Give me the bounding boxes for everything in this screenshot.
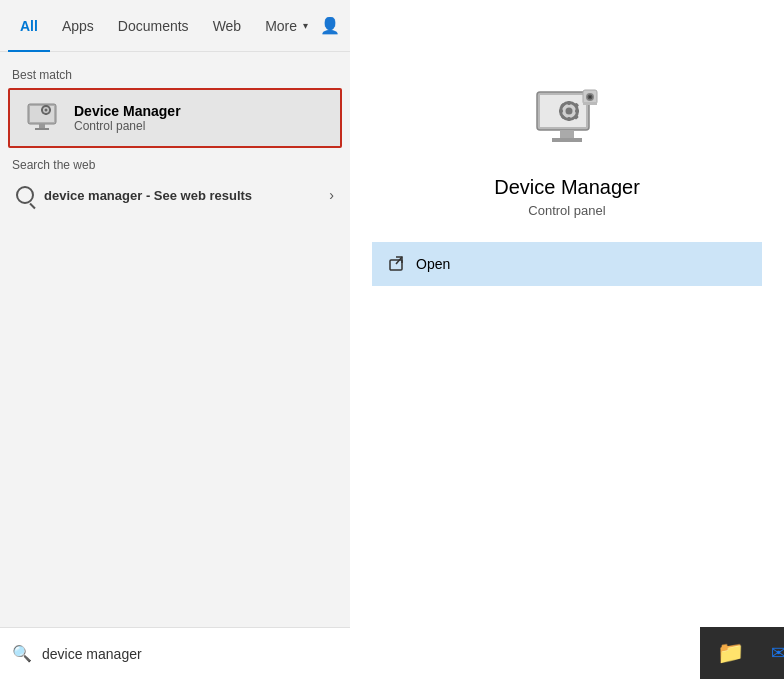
tab-all[interactable]: All — [8, 0, 50, 52]
tab-web[interactable]: Web — [201, 0, 254, 52]
svg-rect-31 — [390, 260, 402, 270]
svg-point-29 — [589, 96, 591, 98]
open-button[interactable]: Open — [372, 242, 762, 286]
chevron-right-icon: › — [329, 187, 334, 203]
svg-rect-10 — [49, 109, 51, 111]
taskbar: 📁 ✉ W 🌐 🎮 wsxdn.com — [700, 627, 784, 679]
svg-rect-14 — [552, 138, 582, 142]
best-match-label: Best match — [0, 60, 350, 86]
svg-rect-9 — [41, 109, 43, 111]
web-section-label: Search the web — [0, 150, 350, 176]
search-box-bar: 🔍 — [0, 627, 350, 679]
best-match-item[interactable]: Device Manager Control panel — [8, 88, 342, 148]
item-title: Device Manager — [74, 103, 181, 119]
right-panel: Device Manager Control panel Open 📁 ✉ W … — [350, 0, 784, 679]
item-subtitle: Control panel — [74, 119, 181, 133]
right-content: Device Manager Control panel Open — [350, 0, 784, 679]
open-icon — [388, 255, 406, 273]
svg-rect-21 — [575, 110, 579, 113]
file-explorer-icon[interactable]: 📁 — [708, 631, 752, 675]
device-manager-icon-large — [531, 84, 603, 156]
tab-more[interactable]: More ▾ — [253, 0, 320, 52]
search-input[interactable] — [42, 646, 338, 662]
app-icon-area — [527, 80, 607, 160]
svg-rect-18 — [568, 101, 571, 105]
svg-rect-30 — [583, 102, 597, 105]
search-panel: All Apps Documents Web More ▾ 👤 ··· Best… — [0, 0, 350, 679]
svg-rect-2 — [39, 124, 45, 128]
item-icon-box — [22, 98, 62, 138]
svg-rect-8 — [45, 113, 47, 115]
item-text: Device Manager Control panel — [74, 103, 181, 133]
web-query-bold: device manager — [44, 188, 142, 203]
tab-apps[interactable]: Apps — [50, 0, 106, 52]
svg-rect-7 — [45, 105, 47, 107]
mail-icon[interactable]: ✉ — [756, 631, 784, 675]
search-results: Best match — [0, 52, 350, 627]
right-app-type: Control panel — [528, 203, 605, 218]
web-search-item[interactable]: device manager - See web results › — [4, 178, 346, 212]
svg-point-17 — [566, 108, 573, 115]
web-query-suffix: - See web results — [142, 188, 252, 203]
svg-rect-13 — [560, 130, 574, 138]
chevron-down-icon: ▾ — [303, 20, 308, 31]
svg-rect-3 — [35, 128, 49, 130]
device-manager-icon-small — [24, 100, 60, 136]
svg-rect-20 — [559, 110, 563, 113]
person-icon[interactable]: 👤 — [320, 16, 340, 35]
web-search-left: device manager - See web results — [16, 186, 252, 204]
tabs-bar: All Apps Documents Web More ▾ 👤 ··· — [0, 0, 350, 52]
tab-documents[interactable]: Documents — [106, 0, 201, 52]
svg-point-6 — [45, 109, 48, 112]
svg-rect-19 — [568, 117, 571, 121]
web-search-text: device manager - See web results — [44, 188, 252, 203]
search-box-icon: 🔍 — [12, 644, 32, 663]
right-app-name: Device Manager — [494, 176, 640, 199]
search-circle-icon — [16, 186, 34, 204]
